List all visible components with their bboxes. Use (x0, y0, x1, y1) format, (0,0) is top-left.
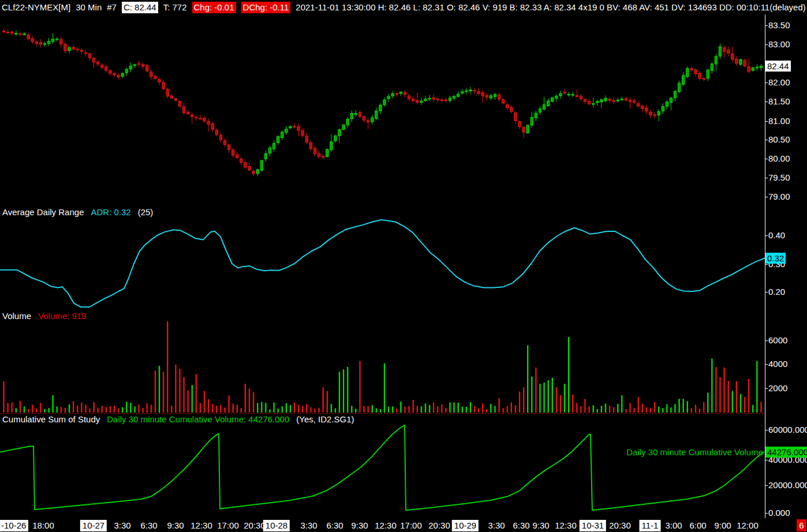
time-scale-time-label: 9:00 (714, 520, 731, 531)
time-scale-time-label: 3:30 (488, 520, 505, 531)
header-segment-0: CLf22-NYMEX[M] (2, 2, 70, 13)
study-label-segment-1: Volume: 919 (38, 311, 86, 321)
time-scale-time-label: 12:00 (737, 520, 759, 531)
time-scale-time-label: 12:30 (190, 520, 212, 531)
time-scale-time-label: 20:30 (609, 520, 631, 531)
scale-value-label[interactable]: 81.00 (768, 116, 790, 126)
scale-value-label[interactable]: 82.00 (768, 77, 790, 88)
time-scale-time-label: 6:30 (326, 520, 343, 531)
time-scale-time-label: 3:30 (114, 520, 130, 531)
time-scale-time-label: 9:30 (167, 520, 184, 531)
scale-value-label[interactable]: 83.50 (768, 20, 790, 31)
study-label-segment-2: (Yes, ID2.SG1) (296, 414, 354, 424)
volume-bars (3, 321, 761, 413)
header-segment-7: 2021-11-01 13:30:00 H: 82.46 L: 82.31 O:… (296, 2, 805, 13)
scale-value-label[interactable]: 2000 (768, 383, 787, 394)
header-segment-2: #7 (107, 2, 117, 13)
time-scale-time-label: 12:30 (375, 520, 397, 531)
header-segment-6: DChg: -0.11 (241, 2, 291, 13)
time-scale-date-label: 10-29 (452, 520, 479, 531)
study-label-segment-0: Volume (2, 311, 31, 321)
time-scale-date-label: 11-1 (640, 520, 661, 531)
study-label-segment-0: Average Daily Range (2, 207, 84, 217)
trading-chart-window: CLf22-NYMEX[M]30 Min#7C: 82.44T: 772Chg:… (0, 0, 807, 532)
cumulative-study-label: Cumulative Sum of StudyDaily 30 minute C… (2, 414, 354, 424)
time-scale-date-label: 10-28 (263, 520, 290, 531)
time-scale-time-label: 20:30 (244, 520, 266, 531)
time-scale-time-label: 12:30 (555, 520, 577, 531)
scale-value-label[interactable]: 0.40 (768, 230, 785, 241)
time-scale-time-label: 9:30 (532, 520, 549, 531)
candlesticks (2, 31, 762, 174)
header-segment-3: C: 82.44 (122, 2, 158, 13)
candle-wicks (4, 28, 761, 177)
scale-value-label[interactable]: 80.00 (768, 153, 790, 164)
header-segment-4: T: 772 (163, 2, 187, 13)
time-scale-time-label: 6:00 (689, 520, 706, 531)
scale-value-label[interactable]: 83.00 (768, 39, 790, 50)
study-label-segment-0: Cumulative Sum of Study (2, 414, 100, 424)
time-scale-time-label: 3:00 (665, 520, 682, 531)
header-segment-1: 30 Min (76, 2, 102, 13)
study-label-segment-1: Daily 30 minute Cumulative Volume: 44276… (107, 414, 289, 424)
study-label-segment-1: ADR: 0.32 (91, 207, 130, 217)
adr-study-label: Average Daily RangeADR: 0.32(25) (2, 207, 153, 217)
header-segment-5: Chg: -0.01 (192, 2, 236, 13)
last-price-tag: 82.44 (765, 61, 791, 72)
time-scale-date-label: 10-27 (80, 520, 107, 531)
chart-number-badge: 6 (797, 519, 806, 531)
adr-line (0, 220, 765, 307)
scale-value-label[interactable]: 60000.000 (768, 425, 807, 435)
scale-value-label[interactable]: 0.20 (768, 287, 785, 297)
scale-value-label[interactable]: 79.00 (768, 192, 790, 202)
quote-header: CLf22-NYMEX[M]30 Min#7C: 82.44T: 772Chg:… (2, 1, 806, 14)
time-scale-time-label: 6:30 (513, 520, 529, 531)
time-scale-date-label: -10-26 (0, 520, 28, 531)
cumulative-value-tag: 44276.000 (765, 447, 807, 458)
time-scale-time-label: 18:00 (32, 520, 54, 531)
scale-value-label[interactable]: 80.50 (768, 134, 790, 145)
time-scale-date-label: 10-31 (580, 520, 606, 531)
scale-value-label[interactable]: 0.000 (768, 508, 790, 518)
cumulative-volume-line (0, 425, 764, 510)
scale-value-label[interactable]: 6000 (768, 335, 787, 346)
time-scale-time-label: 9:30 (351, 520, 368, 531)
scale-value-label[interactable]: 81.50 (768, 96, 790, 107)
volume-study-label: VolumeVolume: 919 (2, 311, 86, 321)
cumulative-series-label: Daily 30 minute Cumulative Volume (626, 447, 763, 457)
scale-value-label[interactable]: 79.50 (768, 173, 790, 183)
time-scale-time-label: 20:30 (428, 520, 450, 531)
time-scale-time-label: 17:00 (217, 520, 239, 531)
time-scale-time-label: 6:30 (140, 520, 157, 531)
study-label-segment-2: (25) (138, 207, 154, 217)
scale-value-label[interactable]: 20000.000 (768, 480, 807, 490)
adr-value-tag: 0.32 (765, 253, 786, 264)
time-scale-time-label: 17:00 (400, 520, 422, 531)
scale-value-label[interactable]: 4000 (768, 359, 787, 369)
time-scale-time-label: 3:30 (300, 520, 317, 531)
